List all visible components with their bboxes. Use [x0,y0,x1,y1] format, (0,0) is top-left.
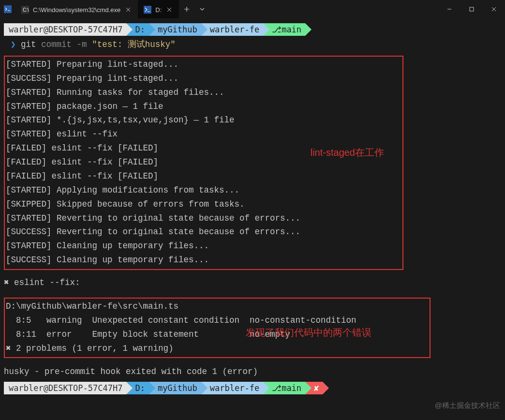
output-line: [SUCCESS] Cleaning up temporary files... [6,253,401,267]
output-line: [STARTED] Reverting to original state be… [6,211,401,225]
annotation-box-lint: [STARTED] Preparing lint-staged... [SUCC… [4,56,403,270]
breadcrumb: warbler@DESKTOP-57C47H7 D: myGithub warb… [4,23,501,36]
crumb-path: myGithub [149,382,201,394]
watermark: @稀土掘金技术社区 [435,401,500,410]
crumb-path: warbler-fe [201,382,263,394]
minimize-button[interactable] [438,0,460,18]
output-line: [SUCCESS] Reverting to original state be… [6,225,401,239]
new-tab-button[interactable] [179,6,194,12]
app-icon [0,0,15,18]
svg-rect-4 [470,7,474,11]
cmd-string: "test: 测试husky" [92,40,176,49]
cmd-subcommand: commit [41,40,72,49]
cmd-icon: C:\ [21,6,29,14]
husky-line: husky - pre-commit hook exited with code… [4,365,501,379]
crumb-user: warbler@DESKTOP-57C47H7 [4,382,126,394]
output-line: D:\myGithub\warbler-fe\src\main.ts [6,300,428,314]
prompt-icon: ❯ [11,40,21,49]
close-icon[interactable] [165,6,173,14]
output-line: [STARTED] package.json — 1 file [6,100,401,114]
output-line: [STARTED] eslint --fix [6,127,401,141]
window-controls [438,0,505,18]
crumb-path: warbler-fe [201,23,263,36]
close-button[interactable] [483,0,505,18]
tab-title: C:\Windows\system32\cmd.exe [33,6,120,14]
output-line: [SUCCESS] Preparing lint-staged... [6,72,401,86]
output-line: ✖ 2 problems (1 error, 1 warning) [6,342,428,356]
svg-rect-0 [4,5,12,13]
output-line: [STARTED] Applying modifications from ta… [6,183,401,197]
output-line: [STARTED] *.{js,jsx,ts,tsx,vue,json} — 1… [6,113,401,127]
crumb-branch: ⎇main [263,23,305,36]
tab-title: D: [155,6,162,14]
cmd-git: git [21,40,36,49]
crumb-path: myGithub [149,23,201,36]
terminal-body[interactable]: warbler@DESKTOP-57C47H7 D: myGithub warb… [0,18,505,399]
output-line: [STARTED] Running tasks for staged files… [6,86,401,100]
breadcrumb: warbler@DESKTOP-57C47H7 D: myGithub warb… [4,382,501,394]
cmd-flag: -m [77,40,87,49]
annotation-text: lint-staged在工作 [311,145,384,161]
command-line: ❯ git commit -m "test: 测试husky" [4,37,501,54]
titlebar: C:\ C:\Windows\system32\cmd.exe D: [0,0,505,18]
maximize-button[interactable] [460,0,483,18]
tab-cmd[interactable]: C:\ C:\Windows\system32\cmd.exe [15,0,138,18]
svg-text:C:\: C:\ [23,7,29,13]
tab-d[interactable]: D: [138,0,179,18]
tab-dropdown-button[interactable] [194,8,210,11]
close-icon[interactable] [124,6,132,14]
crumb-user: warbler@DESKTOP-57C47H7 [4,23,126,36]
annotation-box-eslint: D:\myGithub\warbler-fe\src\main.ts 8:5 w… [4,298,431,359]
annotation-text: 发现了我们代码中的两个错误 [246,325,371,341]
powershell-icon [144,6,151,14]
crumb-branch: ⎇main [263,382,305,394]
output-line: [SKIPPED] Skipped because of errors from… [6,197,401,211]
output-line: [FAILED] eslint --fix [FAILED] [6,169,401,183]
svg-rect-3 [144,6,151,14]
output-line: [STARTED] Preparing lint-staged... [6,58,401,72]
eslint-heading: ✖ eslint --fix: [4,276,501,290]
output-line: [STARTED] Cleaning up temporary files... [6,239,401,253]
